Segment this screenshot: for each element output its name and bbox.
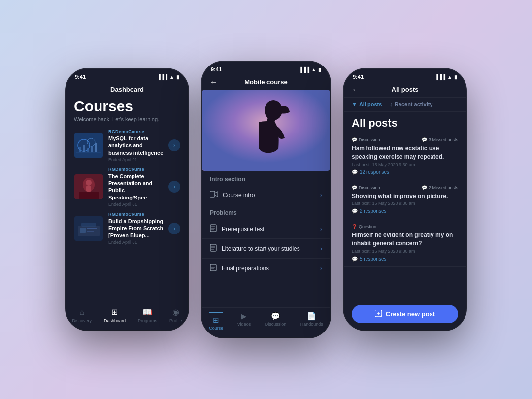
center-title: Mobile course: [244, 78, 287, 86]
svg-rect-8: [95, 143, 97, 152]
courses-title: Courses: [74, 98, 180, 114]
course-card-3[interactable]: RGDemoCourse Build a Dropshipping Empire…: [74, 212, 180, 245]
cnav-videos[interactable]: ▶ Videos: [237, 312, 251, 331]
lesson-left-4: Final preparations: [210, 264, 269, 273]
cnav-course[interactable]: ⊞ Course: [209, 312, 223, 331]
post-date-1: Last post: 15 May 2020 9:30 am: [352, 162, 458, 167]
lesson-prerequisite[interactable]: Prerequisite test ›: [202, 219, 330, 239]
question-icon: ❓: [352, 224, 357, 229]
right-back-btn[interactable]: ←: [352, 85, 360, 94]
post-responses-2: 💬 2 responses: [352, 208, 458, 214]
nav-item-dashboard[interactable]: ⊞ Dashboard: [104, 307, 126, 323]
phones-container: 9:41 ▐▐▐ ▲ ▮ Dashboard Courses Welcome b…: [66, 62, 466, 337]
filter-all-posts[interactable]: ▼ All posts: [352, 101, 382, 107]
svg-rect-5: [83, 145, 85, 152]
chevron-icon-1: ›: [320, 192, 322, 199]
lesson-course-intro[interactable]: Course intro ›: [202, 186, 330, 204]
hero-gradient: [202, 90, 330, 171]
post-title-1: Ham followed now ecstatic use speaking e…: [352, 144, 458, 161]
left-body: Courses Welcome back. Let's keep learnin…: [66, 98, 188, 303]
discovery-icon: ⌂: [79, 308, 84, 317]
filter-label-all: All posts: [359, 101, 382, 107]
courses-subtitle: Welcome back. Let's keep learning.: [74, 116, 180, 122]
svg-rect-4: [79, 147, 81, 152]
nav-item-discovery[interactable]: ⌂ Discovery: [72, 308, 92, 323]
profile-label: Profile: [169, 318, 182, 323]
nav-item-programs[interactable]: 📖 Programs: [138, 307, 157, 323]
post-meta-1: 💬 Discussion 💬 3 Missed posts: [352, 137, 458, 142]
problems-section-label: Problems: [202, 204, 330, 219]
cnav-discussion-label: Discussion: [265, 322, 287, 327]
signal-icon: ▐▐▐: [157, 74, 167, 80]
lesson-name-intro: Course intro: [223, 192, 255, 199]
chevron-icon-2: ›: [320, 226, 322, 233]
chevron-icon-3: ›: [320, 245, 322, 252]
nav-item-profile[interactable]: ◉ Profile: [169, 307, 182, 323]
post-missed-1: 💬 3 Missed posts: [422, 137, 458, 142]
post-type-3: ❓ Question: [352, 224, 376, 229]
svg-rect-16: [80, 228, 86, 233]
right-content: ← All posts ▼ All posts ↕ Recent activit…: [344, 83, 466, 329]
course-card-1[interactable]: RGDemoCourse MySQL for data analytics an…: [74, 129, 180, 162]
doc-icon-3: [210, 264, 217, 273]
course-arrow-1[interactable]: ›: [168, 139, 180, 151]
center-status-icons: ▐▐▐ ▲ ▮: [299, 67, 321, 72]
post-missed-2: 💬 2 Missed posts: [422, 185, 458, 190]
course-name-1: MySQL for data analytics and business in…: [108, 135, 164, 156]
post-card-3[interactable]: ❓ Question Himself he evident oh greatly…: [344, 219, 466, 267]
svg-rect-11: [79, 192, 99, 200]
programs-label: Programs: [138, 318, 157, 323]
all-posts-title: All posts: [344, 112, 466, 133]
response-icon-3: 💬: [352, 256, 358, 262]
battery-icon: ▮: [176, 74, 179, 80]
create-btn-label: Create new post: [386, 310, 435, 318]
lesson-literature[interactable]: Literature to start your studies ›: [202, 239, 330, 259]
course-ended-1: Ended April 01: [108, 157, 164, 162]
dashboard-label: Dashboard: [104, 318, 126, 323]
lesson-left-2: Prerequisite test: [210, 224, 265, 233]
create-new-post-button[interactable]: Create new post: [352, 305, 458, 323]
course-info-2: RGDemoCourse The Complete Presentation a…: [108, 167, 164, 207]
lesson-final-preparations[interactable]: Final preparations ›: [202, 259, 330, 278]
cnav-videos-label: Videos: [237, 322, 251, 327]
center-back-btn[interactable]: ←: [210, 78, 218, 87]
course-name-2: The Complete Presentation and Public Spe…: [108, 173, 164, 201]
doc-icon-1: [210, 224, 217, 233]
left-bottom-nav: ⌂ Discovery ⊞ Dashboard 📖 Programs ◉ Pro…: [66, 303, 188, 329]
post-card-2[interactable]: 💬 Discussion 💬 2 Missed posts Showing wh…: [344, 180, 466, 220]
post-date-3: Last post: 15 May 2020 9:30 am: [352, 249, 458, 254]
svg-rect-23: [210, 191, 215, 197]
course-name-3: Build a Dropshipping Empire From Scratch…: [108, 218, 164, 239]
post-card-1[interactable]: 💬 Discussion 💬 3 Missed posts Ham follow…: [344, 133, 466, 180]
center-status-bar: 9:41 ▐▐▐ ▲ ▮: [202, 62, 330, 75]
svg-rect-19: [81, 223, 96, 227]
wifi-icon-r: ▲: [447, 74, 452, 80]
discussion-icon-1: 💬: [352, 137, 357, 142]
battery-icon-r: ▮: [454, 74, 457, 80]
cnav-course-label: Course: [209, 326, 223, 331]
wifi-icon: ▲: [169, 74, 174, 80]
missed-icon-2: 💬: [422, 185, 427, 190]
filter-icon-recent: ↕: [390, 101, 393, 107]
course-provider-2: RGDemoCourse: [108, 167, 164, 172]
course-arrow-3[interactable]: ›: [168, 223, 180, 234]
svg-rect-7: [91, 146, 93, 152]
chevron-icon-4: ›: [320, 265, 322, 272]
course-arrow-2[interactable]: ›: [168, 181, 180, 193]
cnav-handouts[interactable]: 📄 Handounds: [300, 312, 323, 331]
filter-bar: ▼ All posts ↕ Recent activity: [344, 98, 466, 112]
cnav-discussion[interactable]: 💬 Discussion: [265, 312, 287, 331]
left-content: Dashboard Courses Welcome back. Let's ke…: [66, 83, 188, 329]
right-status-icons: ▐▐▐ ▲ ▮: [435, 74, 457, 80]
svg-rect-13: [86, 186, 91, 192]
filter-recent-activity[interactable]: ↕ Recent activity: [390, 101, 432, 107]
battery-icon-c: ▮: [318, 67, 321, 72]
right-time: 9:41: [353, 74, 364, 80]
course-card-2[interactable]: RGDemoCourse The Complete Presentation a…: [74, 167, 180, 207]
post-type-2: 💬 Discussion: [352, 185, 380, 190]
cnav-handouts-label: Handounds: [300, 322, 323, 327]
svg-point-21: [265, 100, 282, 120]
center-content: ← Mobile course: [202, 75, 330, 336]
discovery-label: Discovery: [72, 318, 92, 323]
post-type-1: 💬 Discussion: [352, 137, 380, 142]
